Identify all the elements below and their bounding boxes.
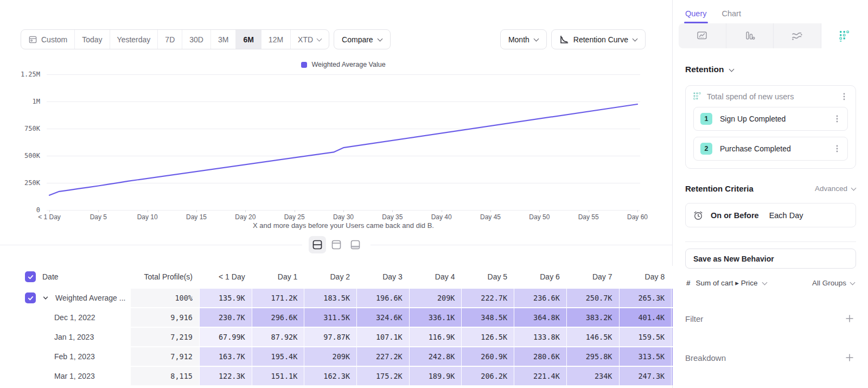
criteria-mode-dropdown[interactable]: Advanced (815, 185, 856, 193)
add-breakdown-button[interactable] (843, 351, 856, 364)
criteria-condition-card[interactable]: On or Before Each Day (685, 203, 856, 227)
y-axis-label: 0 (36, 206, 40, 214)
measurement-dropdown[interactable]: Sum of cart ▸ Price (696, 278, 767, 287)
retention-value-cell: 162.3K (304, 367, 356, 385)
kebab-menu-icon[interactable] (833, 144, 841, 153)
range-30d[interactable]: 30D (182, 30, 211, 49)
panel-body: Retention Total spend of new users 1 Sig… (673, 65, 868, 364)
criteria-title: Retention Criteria (685, 184, 754, 193)
report-type-bar-chart[interactable] (726, 23, 774, 48)
chart-legend: Weighted Average Value (47, 61, 640, 68)
retention-value-cell: 234K (567, 367, 619, 385)
range-label: XTD (298, 35, 313, 44)
column-header-day-4[interactable]: Day 4 (410, 266, 462, 288)
range-yesterday[interactable]: Yesterday (110, 30, 158, 49)
report-type-retention[interactable] (821, 23, 868, 48)
range-today[interactable]: Today (75, 30, 110, 49)
select-all-checkbox[interactable] (25, 271, 36, 282)
chart-type-dropdown[interactable]: Retention Curve (551, 29, 646, 49)
kebab-menu-icon[interactable] (833, 115, 841, 123)
retention-curve-chart[interactable]: 1.25M1M750K500K250K0< 1 DayDay 5Day 10Da… (47, 74, 640, 210)
event-label: Purchase Completed (720, 144, 826, 153)
column-header-date[interactable]: Date (0, 266, 130, 288)
retention-value-cell-clipped (672, 367, 673, 385)
retention-value-cell: 126.5K (462, 328, 514, 346)
range-xtd[interactable]: XTD (291, 30, 329, 49)
retention-value-cell: 133.8K (514, 328, 566, 346)
date-range-segmented-control: CustomTodayYesterday7D30D3M6M12MXTD (21, 29, 329, 49)
tab-chart[interactable]: Chart (722, 3, 741, 23)
x-axis-label: Day 25 (284, 213, 305, 221)
event-step-2[interactable]: 2 Purchase Completed (693, 137, 848, 161)
total-profiles-cell: 7,219 (131, 328, 199, 346)
retention-value-cell: 209K (410, 289, 462, 307)
x-axis-label: < 1 Day (38, 213, 61, 221)
range-label: Custom (41, 35, 67, 44)
column-header-day-1[interactable]: Day 1 (252, 266, 304, 288)
retention-value-cell: 230.7K (200, 308, 252, 327)
column-header-day-7[interactable]: Day 7 (567, 266, 619, 288)
x-axis-tick (245, 210, 246, 212)
behavior-card: Total spend of new users 1 Sign Up Compl… (685, 85, 856, 169)
range-7d[interactable]: 7D (158, 30, 182, 49)
column-header-day-3[interactable]: Day 3 (357, 266, 409, 288)
compare-button[interactable]: Compare (334, 29, 391, 49)
alarm-clock-icon (693, 210, 704, 221)
groups-dropdown[interactable]: All Groups (812, 279, 855, 287)
report-toolbar: CustomTodayYesterday7D30D3M6M12MXTD Comp… (21, 29, 646, 49)
add-filter-button[interactable] (843, 312, 856, 325)
view-toggle-chart-only[interactable] (328, 236, 345, 253)
column-header-day-2[interactable]: Day 2 (304, 266, 356, 288)
range-3m[interactable]: 3M (211, 30, 236, 49)
range-6m[interactable]: 6M (236, 30, 261, 49)
column-header-day-5[interactable]: Day 5 (462, 266, 514, 288)
x-axis-tick (637, 210, 638, 212)
retention-icon (839, 30, 850, 42)
retention-behavior-icon (693, 92, 701, 101)
legend-label: Weighted Average Value (311, 61, 385, 68)
retention-value-cell: 183.5K (304, 289, 356, 307)
x-axis-tick (539, 210, 540, 212)
groups-label: All Groups (812, 279, 846, 287)
column-header-total-profiles[interactable]: Total Profile(s) (131, 266, 199, 288)
row-checkbox[interactable] (25, 292, 36, 303)
save-as-new-behavior-button[interactable]: Save as New Behavior (685, 249, 856, 269)
x-axis-label: Day 15 (186, 213, 207, 221)
retention-value-cell-clipped (672, 289, 673, 307)
range-custom[interactable]: Custom (21, 30, 75, 49)
range-12m[interactable]: 12M (261, 30, 291, 49)
breakdown-section: Breakdown (685, 351, 856, 364)
breakdown-label: Breakdown (685, 353, 726, 362)
view-toggle-split-view[interactable] (309, 236, 326, 253)
kebab-menu-icon[interactable] (840, 92, 848, 101)
event-step-1[interactable]: 1 Sign Up Completed (693, 107, 848, 131)
table-row-label-cell: Jan 1, 2023 (0, 328, 130, 346)
retention-value-cell: 206.2K (462, 367, 514, 385)
section-header-retention[interactable]: Retention (685, 65, 856, 74)
expand-chevron-icon[interactable] (42, 295, 49, 301)
x-axis-tick (148, 210, 148, 212)
query-panel: Query Chart Retention (673, 0, 868, 388)
retention-curve-icon (559, 35, 569, 44)
column-header--1-day[interactable]: < 1 Day (200, 266, 252, 288)
column-header-day-8[interactable]: Day 8 (620, 266, 672, 288)
behavior-card-header: Total spend of new users (693, 92, 848, 101)
retention-value-cell: 236.6K (514, 289, 566, 307)
x-axis-label: Day 20 (235, 213, 256, 221)
report-type-flows[interactable] (774, 23, 821, 48)
column-header-overflow (672, 266, 673, 288)
column-header-day-6[interactable]: Day 6 (514, 266, 566, 288)
tab-query[interactable]: Query (685, 3, 707, 23)
view-toggle-table-only[interactable] (347, 236, 364, 253)
granularity-dropdown[interactable]: Month (500, 29, 547, 49)
retention-value-cell: 336.1K (410, 308, 462, 327)
row-label-content: Weighted Average ... (0, 292, 125, 303)
column-header-label: Date (42, 272, 59, 281)
retention-value-cell: 222.7K (462, 289, 514, 307)
x-axis-tick (442, 210, 442, 212)
criteria-mode-label: Advanced (815, 185, 847, 193)
retention-value-cell: 250.7K (567, 289, 619, 307)
table-row-label-cell: Dec 1, 2022 (0, 308, 130, 327)
report-type-insights[interactable] (679, 23, 726, 48)
retention-value-cell: 296.6K (252, 308, 304, 327)
